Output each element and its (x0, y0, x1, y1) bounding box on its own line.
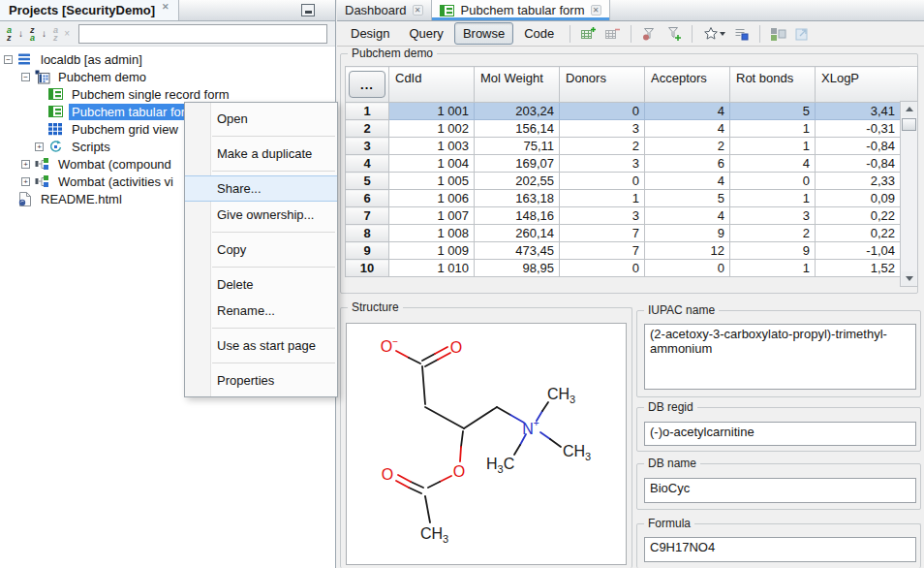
code-mode-button[interactable]: Code (515, 22, 563, 45)
menu-item-give-ownership[interactable]: Give ownership... (185, 202, 337, 228)
tree-item-label[interactable]: localdb [as admin] (38, 51, 145, 68)
row-number[interactable]: 9 (346, 242, 389, 260)
tree-item-localdb[interactable]: − localdb [as admin] (0, 50, 335, 68)
table-cell[interactable]: 1 004 (389, 155, 475, 173)
row-number[interactable]: 1 (346, 103, 389, 120)
table-cell[interactable]: 1 002 (389, 120, 475, 138)
filter-remove-button[interactable] (638, 24, 661, 44)
table-cell[interactable]: 3 (730, 207, 816, 225)
table-cell[interactable]: 1 008 (389, 225, 475, 242)
tab-projects[interactable]: Projects [SecurityDemo] ✕ (0, 0, 179, 20)
table-cell[interactable]: 203,24 (475, 103, 560, 120)
scroll-down-button[interactable] (902, 271, 916, 286)
row-number[interactable]: 10 (346, 260, 389, 277)
table-cell[interactable]: 163,18 (475, 190, 560, 207)
table-cell[interactable]: 0 (560, 260, 645, 277)
table-cell[interactable]: 169,07 (475, 155, 560, 173)
expand-icon[interactable]: + (21, 177, 30, 186)
table-cell[interactable]: 0,09 (816, 190, 901, 207)
column-header-rot-bonds[interactable]: Rot bonds (730, 67, 816, 103)
row-number[interactable]: 6 (346, 190, 389, 207)
table-cell[interactable]: 1 009 (389, 242, 475, 260)
table-cell[interactable]: 1 010 (389, 260, 475, 277)
column-header-xlogp[interactable]: XLogP (816, 67, 901, 103)
tree-item-label[interactable]: Pubchem grid view (69, 121, 181, 138)
table-cell[interactable]: 2 (730, 225, 816, 242)
minimize-panel-button[interactable] (301, 4, 315, 16)
export-button[interactable] (791, 24, 814, 44)
table-cell[interactable]: 9 (645, 225, 730, 242)
table-cell[interactable]: 6 (645, 155, 730, 173)
table-cell[interactable]: 3,41 (816, 103, 901, 120)
table-cell[interactable]: 98,95 (475, 260, 560, 277)
row-number[interactable]: 2 (346, 120, 389, 138)
table-cell[interactable]: 2 (645, 138, 730, 155)
row-number[interactable]: 4 (346, 155, 389, 173)
collapse-icon[interactable]: − (21, 73, 30, 81)
menu-item-rename[interactable]: Rename... (185, 298, 337, 324)
table-cell[interactable]: 4 (645, 120, 730, 138)
filter-add-button[interactable] (662, 24, 685, 44)
menu-item-make-a-duplicate[interactable]: Make a duplicate (185, 141, 337, 167)
row-number[interactable]: 7 (346, 207, 389, 225)
table-cell[interactable]: -0,31 (816, 120, 901, 138)
scroll-up-button[interactable] (902, 102, 916, 116)
structure-canvas[interactable]: O− O N+ CH3 CH3 H3C O O CH3 (346, 323, 627, 565)
tree-item-label[interactable]: Scripts (69, 139, 113, 155)
table-cell[interactable]: 156,14 (475, 120, 560, 138)
menu-item-copy[interactable]: Copy (185, 237, 337, 263)
table-cell[interactable]: 0 (560, 173, 645, 190)
expand-icon[interactable]: + (35, 142, 44, 151)
table-cell[interactable]: 9 (730, 242, 816, 260)
scrollbar-thumb[interactable] (902, 118, 916, 131)
table-cell[interactable]: 5 (645, 190, 730, 207)
table-cell[interactable]: 5 (730, 103, 816, 120)
tree-item-pubchem-demo[interactable]: − Pubchem demo (0, 68, 335, 85)
clear-sort-button[interactable]: a z × (51, 25, 71, 43)
menu-item-delete[interactable]: Delete (185, 271, 337, 298)
table-cell[interactable]: 1 006 (389, 190, 475, 207)
tree-item-label[interactable]: Wombat (activities vi (55, 174, 176, 190)
table-cell[interactable]: 1 003 (389, 138, 475, 155)
table-cell[interactable]: 3 (560, 207, 645, 225)
column-header-acceptors[interactable]: Acceptors (645, 67, 730, 103)
tree-item-label[interactable]: README.html (38, 191, 125, 207)
table-cell[interactable]: 4 (645, 103, 730, 120)
table-cell[interactable]: 0,22 (816, 225, 901, 242)
table-cell[interactable]: 0,22 (816, 207, 901, 225)
table-cell[interactable]: 7 (560, 242, 645, 260)
delete-row-button[interactable] (601, 24, 624, 44)
sort-ascending-button[interactable]: a z ↓ (5, 25, 24, 43)
table-cell[interactable]: 75,11 (475, 138, 560, 155)
db-regid-field[interactable]: (-)o-acetylcarnitine (644, 422, 916, 446)
layout-widgets-button[interactable] (767, 24, 789, 44)
add-row-button[interactable] (577, 24, 600, 44)
table-cell[interactable]: 0 (560, 103, 645, 120)
tree-item-label[interactable]: Wombat (compound (55, 156, 174, 173)
tab-dashboard[interactable]: Dashboard ✕ (337, 0, 432, 20)
table-cell[interactable]: 2,33 (816, 173, 901, 190)
table-cell[interactable]: -1,04 (816, 242, 901, 260)
design-mode-button[interactable]: Design (342, 22, 398, 45)
table-cell[interactable]: -0,84 (816, 155, 901, 173)
menu-item-properties[interactable]: Properties (185, 367, 337, 394)
table-cell[interactable]: 1 005 (389, 173, 475, 190)
table-cell[interactable]: 12 (645, 242, 730, 260)
row-number[interactable]: 3 (346, 138, 389, 155)
close-icon[interactable]: ✕ (162, 3, 169, 12)
table-cell[interactable]: 202,55 (475, 173, 560, 190)
table-cell[interactable]: -0,84 (816, 138, 901, 155)
table-cell[interactable]: 0 (645, 260, 730, 277)
menu-item-use-as-start-page[interactable]: Use as start page (185, 332, 337, 359)
favorites-star-button[interactable] (699, 24, 728, 44)
table-cell[interactable]: 4 (645, 207, 730, 225)
formula-field[interactable]: C9H17NO4 (644, 537, 916, 562)
sort-descending-button[interactable]: z a ↓ (28, 25, 47, 43)
table-cell[interactable]: 1 (730, 120, 816, 138)
tree-item-pubchem-single-record-form[interactable]: Pubchem single record form (0, 85, 335, 103)
table-cell[interactable]: 148,16 (475, 207, 560, 225)
menu-item-open[interactable]: Open (185, 106, 337, 132)
table-cell[interactable]: 2 (560, 138, 645, 155)
tree-item-label[interactable]: Pubchem single record form (69, 86, 232, 103)
iupac-name-field[interactable]: (2-acetoxy-3-carboxylato-propyl)-trimeth… (644, 324, 916, 390)
